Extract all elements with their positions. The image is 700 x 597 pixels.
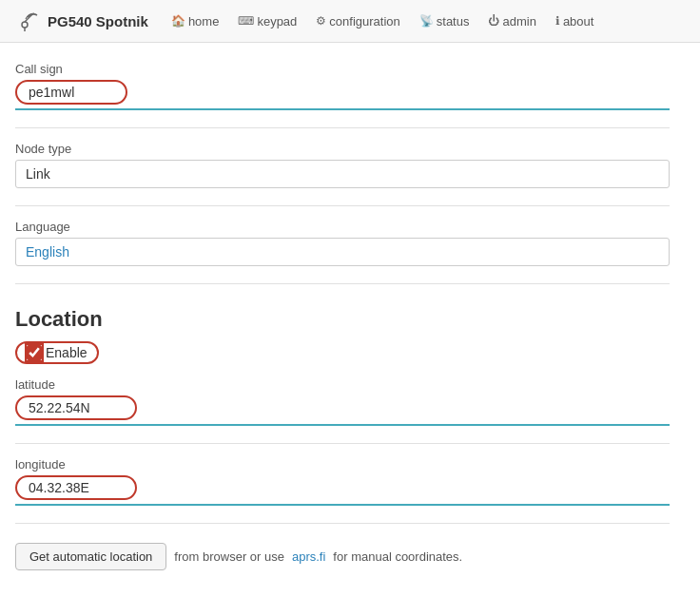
svg-point-0 bbox=[22, 22, 28, 28]
enable-circle: Enable bbox=[15, 341, 99, 364]
nav-keypad-label: keypad bbox=[257, 14, 297, 29]
language-label: Language bbox=[15, 220, 670, 234]
nav-configuration-label: configuration bbox=[329, 14, 399, 29]
action-text: from browser or use bbox=[174, 549, 284, 564]
callsign-underline-container bbox=[15, 80, 670, 110]
about-icon: ℹ bbox=[555, 14, 560, 28]
callsign-label: Call sign bbox=[15, 62, 670, 76]
callsign-circle bbox=[15, 80, 127, 105]
keypad-icon: ⌨ bbox=[238, 14, 254, 28]
longitude-label: longitude bbox=[15, 457, 670, 472]
nav-about[interactable]: ℹ about bbox=[548, 10, 602, 32]
divider-1 bbox=[15, 127, 670, 128]
brand-title: PG540 Spotnik bbox=[48, 13, 148, 29]
navbar: PG540 Spotnik 🏠 home ⌨ keypad ⚙ configur… bbox=[0, 0, 700, 43]
home-icon: 🏠 bbox=[171, 14, 185, 28]
configuration-icon: ⚙ bbox=[316, 14, 326, 28]
language-group: Language English bbox=[15, 220, 670, 266]
action-suffix: for manual coordinates. bbox=[333, 549, 462, 564]
nodetype-select[interactable]: Link bbox=[15, 160, 670, 188]
nav-admin-label: admin bbox=[502, 14, 535, 29]
language-select[interactable]: English bbox=[15, 238, 670, 266]
latitude-input[interactable] bbox=[29, 400, 124, 415]
nav-keypad[interactable]: ⌨ keypad bbox=[230, 10, 304, 32]
enable-checkbox[interactable] bbox=[27, 345, 42, 360]
divider-3 bbox=[15, 283, 670, 284]
auto-location-button[interactable]: Get automatic location bbox=[15, 543, 166, 570]
latitude-label: latitude bbox=[15, 377, 670, 392]
nav-home-label: home bbox=[188, 14, 220, 29]
latitude-circle bbox=[15, 395, 137, 420]
enable-row: Enable bbox=[15, 341, 670, 364]
nav-status-label: status bbox=[437, 14, 470, 29]
divider-4 bbox=[15, 443, 670, 444]
brand: PG540 Spotnik bbox=[15, 8, 148, 34]
nav-admin[interactable]: ⏻ admin bbox=[480, 10, 543, 32]
admin-icon: ⏻ bbox=[488, 14, 499, 28]
status-icon: 📡 bbox=[419, 14, 434, 28]
brand-icon bbox=[15, 8, 42, 34]
enable-label: Enable bbox=[46, 345, 88, 360]
nav-configuration[interactable]: ⚙ configuration bbox=[308, 10, 407, 32]
location-section-title: Location bbox=[15, 307, 670, 332]
callsign-group: Call sign bbox=[15, 62, 670, 110]
callsign-input[interactable] bbox=[29, 85, 114, 100]
divider-5 bbox=[15, 523, 670, 524]
longitude-group: longitude bbox=[15, 457, 670, 506]
longitude-circle bbox=[15, 475, 137, 500]
nav-home[interactable]: 🏠 home bbox=[164, 10, 227, 32]
aprs-link[interactable]: aprs.fi bbox=[292, 549, 325, 564]
latitude-underline-container bbox=[15, 395, 670, 426]
nodetype-group: Node type Link bbox=[15, 142, 670, 188]
longitude-input[interactable] bbox=[29, 480, 124, 495]
latitude-group: latitude bbox=[15, 377, 670, 426]
action-row: Get automatic location from browser or u… bbox=[15, 543, 670, 570]
divider-2 bbox=[15, 205, 670, 206]
nav-about-label: about bbox=[563, 14, 594, 29]
longitude-underline-container bbox=[15, 475, 670, 506]
nodetype-label: Node type bbox=[15, 142, 670, 156]
nav-status[interactable]: 📡 status bbox=[412, 10, 477, 32]
main-content: Call sign Node type Link Language Englis… bbox=[0, 43, 685, 589]
